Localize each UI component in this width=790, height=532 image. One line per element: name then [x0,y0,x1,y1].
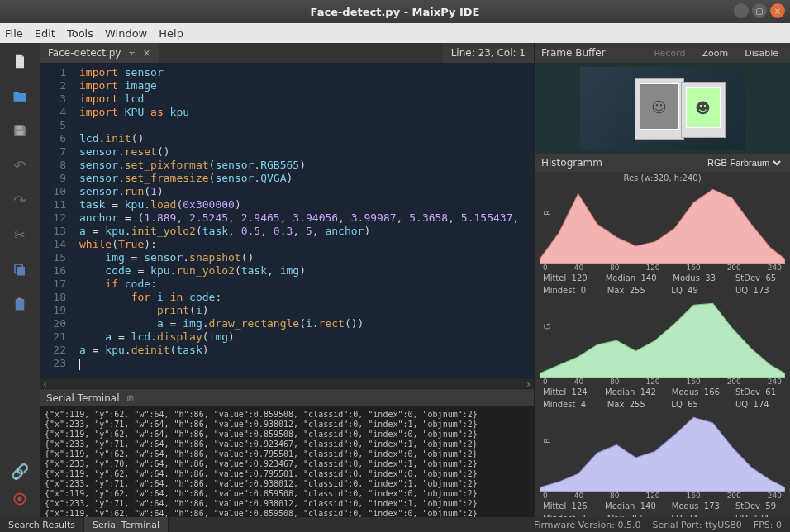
right-panel: Frame Buffer Record Zoom Disable ☺ ☻ His… [534,43,790,517]
open-folder-icon[interactable] [10,86,30,106]
paste-icon[interactable] [10,294,30,314]
histogram-stats-bot: Mindest 0Max 255LQ 49UQ 173 [540,284,785,297]
terminal-clear-icon[interactable]: ⎚ [127,392,133,404]
titlebar: Face-detect.py - MaixPy IDE – ▢ × [0,0,790,23]
colorspace-select[interactable]: RGB-Farbraum [704,157,783,169]
histogram-chart-R: R [540,184,785,264]
svg-rect-3 [17,267,25,276]
menu-file[interactable]: File [5,27,23,40]
framebuffer-title: Frame Buffer [541,47,606,59]
new-file-icon[interactable] [10,51,30,71]
tab-active[interactable]: Face-detect.py ⫟ × [40,43,159,63]
close-tab-icon[interactable]: × [142,47,150,59]
fps-indicator: FPS: 0 [754,520,782,530]
histogram-ticks: 04080120160200240 [540,378,785,386]
main-body: ↶ ↷ ✂ 🔗 Face-detect.py ⫟ × Line: 23, Col… [0,43,790,517]
line-gutter: 1234567891011121314151617181920212223 [40,63,73,378]
svg-point-7 [18,497,22,501]
histogram-G: G04080120160200240Mittel 124Median 142Mo… [540,298,785,411]
tab-label: Face-detect.py [48,47,121,59]
disable-button[interactable]: Disable [740,46,783,60]
svg-rect-0 [17,126,22,129]
window-title: Face-detect.py - MaixPy IDE [311,6,480,18]
editor-tabs: Face-detect.py ⫟ × Line: 23, Col: 1 [40,43,534,63]
histogram-title: Histogramm [541,157,602,169]
menubar: File Edit Tools Window Help [0,23,790,43]
svg-rect-5 [18,298,22,301]
connect-icon[interactable]: 🔗 [10,461,30,481]
framebuffer-image[interactable]: ☺ ☻ [535,63,790,154]
statusbar-tab-search[interactable]: Search Results [0,517,84,532]
code-editor[interactable]: 1234567891011121314151617181920212223 im… [40,63,534,378]
sidebar: ↶ ↷ ✂ 🔗 [0,43,40,517]
histogram-stats-bot: Mindest 4Max 255LQ 65UQ 174 [540,398,785,411]
statusbar-tab-terminal[interactable]: Serial Terminal [84,517,169,532]
histogram-stats-bot: Mindest 7Max 255LQ 74UQ 174 [540,512,785,517]
code-area[interactable]: import sensor import image import lcd im… [73,63,534,378]
terminal-header: Serial Terminal ⎚ [40,388,534,406]
menu-edit[interactable]: Edit [35,27,55,40]
close-button[interactable]: × [770,3,785,18]
histogram-chart-B: B [540,412,785,492]
copy-icon[interactable] [10,259,30,279]
terminal-title: Serial Terminal [46,392,119,404]
histogram-area: R04080120160200240Mittel 120Median 140Mo… [535,184,790,517]
sidebar-bottom: 🔗 [10,461,30,509]
target-icon[interactable] [10,489,30,509]
window-buttons: – ▢ × [734,3,785,18]
serial-terminal[interactable]: {"x":119, "y":62, "w":64, "h":86, "value… [40,406,534,517]
histogram-B: B04080120160200240Mittel 126Median 140Mo… [540,412,785,517]
menu-help[interactable]: Help [159,27,183,40]
histogram-ticks: 04080120160200240 [540,264,785,272]
menu-window[interactable]: Window [105,27,147,40]
statusbar: Search Results Serial Terminal Firmware … [0,517,790,532]
menu-tools[interactable]: Tools [67,27,93,40]
svg-rect-4 [16,299,25,311]
record-button[interactable]: Record [649,46,690,60]
minimize-button[interactable]: – [734,3,749,18]
histogram-stats-top: Mittel 126Median 140Modus 173StDev 59 [540,500,785,512]
editor-column: Face-detect.py ⫟ × Line: 23, Col: 1 1234… [40,43,534,517]
cut-icon[interactable]: ✂ [10,225,30,245]
redo-icon[interactable]: ↷ [10,190,30,210]
histogram-stats-top: Mittel 120Median 140Modus 33StDev 65 [540,272,785,284]
zoom-button[interactable]: Zoom [697,46,733,60]
histogram-header: Histogramm RGB-Farbraum [535,154,790,172]
framebuffer-header: Frame Buffer Record Zoom Disable [535,43,790,63]
histogram-ticks: 04080120160200240 [540,492,785,500]
histogram-R: R04080120160200240Mittel 120Median 140Mo… [540,184,785,297]
editor-hscrollbar[interactable]: ‹ › [40,378,534,388]
save-icon[interactable] [10,121,30,140]
maximize-button[interactable]: ▢ [752,3,767,18]
svg-rect-1 [17,131,23,135]
firmware-version: Firmware Version: 0.5.0 [534,520,641,530]
serial-port: Serial Port: ttyUSB0 [652,520,741,530]
cursor-position: Line: 23, Col: 1 [443,43,534,63]
resolution-label: Res (w:320, h:240) [535,172,790,184]
histogram-chart-G: G [540,298,785,378]
histogram-stats-top: Mittel 124Median 142Modus 166StDev 61 [540,386,785,398]
undo-icon[interactable]: ↶ [10,155,30,175]
split-icon[interactable]: ⫟ [127,47,137,59]
